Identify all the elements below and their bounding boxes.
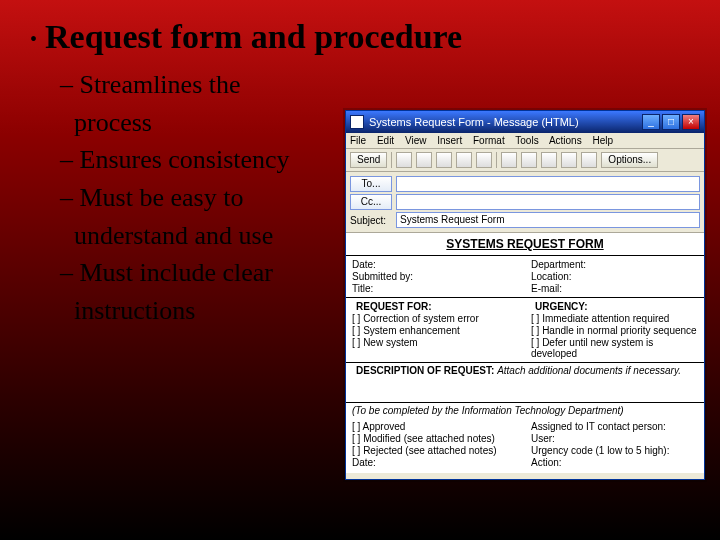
titlebar: Systems Request Form - Message (HTML) _ …	[346, 111, 704, 133]
cut-icon[interactable]	[436, 152, 452, 168]
address-block: To... Cc... Subject: Systems Request For…	[346, 172, 704, 233]
menu-view[interactable]: View	[405, 135, 427, 146]
copy-icon[interactable]	[456, 152, 472, 168]
send-button[interactable]: Send	[350, 152, 387, 168]
message-body: SYSTEMS REQUEST FORM Date: Submitted by:…	[346, 233, 704, 473]
toolbar: Send Options...	[346, 149, 704, 172]
request-for-head: REQUEST FOR:	[352, 301, 519, 312]
field-title: Title:	[352, 283, 519, 294]
bullet-3: – Must be easy to	[60, 179, 380, 217]
urg-opt-1: Immediate attention required	[531, 313, 698, 324]
form-heading: SYSTEMS REQUEST FORM	[346, 233, 704, 256]
menu-insert[interactable]: Insert	[437, 135, 462, 146]
it-assigned: Assigned to IT contact person:	[531, 421, 698, 432]
req-opt-1: Correction of system error	[352, 313, 519, 324]
paste-icon[interactable]	[476, 152, 492, 168]
to-field[interactable]	[396, 176, 700, 192]
menu-edit[interactable]: Edit	[377, 135, 394, 146]
bullet-list: – Streamlines the process – Ensures cons…	[60, 66, 380, 330]
urg-opt-2: Handle in normal priority sequence	[531, 325, 698, 336]
it-action: Action:	[531, 457, 698, 468]
req-opt-3: New system	[352, 337, 519, 348]
addressbook-icon[interactable]	[521, 152, 537, 168]
importance-high-icon[interactable]	[541, 152, 557, 168]
toolbar-separator	[496, 152, 497, 168]
field-dept: Department:	[531, 259, 698, 270]
minimize-button[interactable]: _	[642, 114, 660, 130]
toolbar-separator	[391, 152, 392, 168]
bullet-4: – Must include clear	[60, 254, 380, 292]
field-submitted: Submitted by:	[352, 271, 519, 282]
urg-opt-3: Defer until new system is developed	[531, 337, 698, 359]
it-urgency-code: Urgency code (1 low to 5 high):	[531, 445, 698, 456]
it-note: (To be completed by the Information Tech…	[346, 403, 704, 418]
it-user: User:	[531, 433, 698, 444]
title-bullet: •	[30, 28, 37, 51]
it-date: Date:	[352, 457, 519, 468]
urgency-head: URGENCY:	[531, 301, 698, 312]
req-opt-2: System enhancement	[352, 325, 519, 336]
menu-format[interactable]: Format	[473, 135, 505, 146]
email-window: Systems Request Form - Message (HTML) _ …	[345, 110, 705, 480]
attach-icon[interactable]	[501, 152, 517, 168]
close-button[interactable]: ×	[682, 114, 700, 130]
cc-button[interactable]: Cc...	[350, 194, 392, 210]
menu-help[interactable]: Help	[592, 135, 613, 146]
app-icon	[350, 115, 364, 129]
field-location: Location:	[531, 271, 698, 282]
cc-field[interactable]	[396, 194, 700, 210]
menu-bar: File Edit View Insert Format Tools Actio…	[346, 133, 704, 149]
subject-field[interactable]: Systems Request Form	[396, 212, 700, 228]
print-icon[interactable]	[416, 152, 432, 168]
to-button[interactable]: To...	[350, 176, 392, 192]
menu-file[interactable]: File	[350, 135, 366, 146]
desc-hint: Attach additional documents if necessary…	[497, 365, 681, 376]
menu-actions[interactable]: Actions	[549, 135, 582, 146]
subject-label: Subject:	[350, 215, 392, 226]
bullet-4b: instructions	[60, 292, 380, 330]
desc-head: DESCRIPTION OF REQUEST:	[352, 365, 494, 376]
bullet-1: – Streamlines the	[60, 66, 380, 104]
bullet-3b: understand and use	[60, 217, 380, 255]
menu-tools[interactable]: Tools	[515, 135, 538, 146]
options-button[interactable]: Options...	[601, 152, 658, 168]
field-email: E-mail:	[531, 283, 698, 294]
it-modified: Modified (see attached notes)	[352, 433, 519, 444]
save-icon[interactable]	[396, 152, 412, 168]
field-date: Date:	[352, 259, 519, 270]
window-title: Systems Request Form - Message (HTML)	[369, 116, 642, 128]
bullet-1b: process	[60, 104, 380, 142]
maximize-button[interactable]: □	[662, 114, 680, 130]
flag-icon[interactable]	[581, 152, 597, 168]
bullet-2: – Ensures consistency	[60, 141, 380, 179]
importance-low-icon[interactable]	[561, 152, 577, 168]
slide-title: Request form and procedure	[45, 18, 462, 56]
it-rejected: Rejected (see attached notes)	[352, 445, 519, 456]
it-approved: Approved	[352, 421, 519, 432]
